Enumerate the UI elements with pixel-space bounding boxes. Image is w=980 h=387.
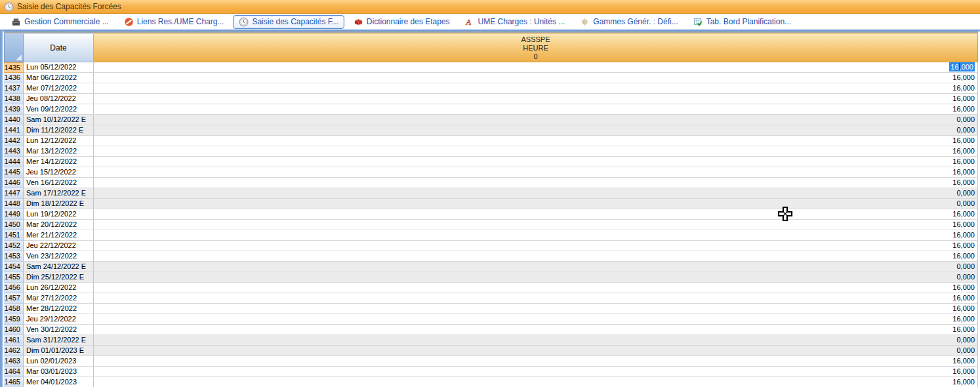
date-cell[interactable]: Dim 18/12/2022 E bbox=[24, 199, 94, 209]
row-header-cell[interactable]: 1438 bbox=[4, 94, 24, 104]
row-header-cell[interactable]: 1461 bbox=[4, 335, 24, 346]
capacity-value-cell[interactable]: 16,000 bbox=[94, 304, 978, 314]
date-cell[interactable]: Sam 24/12/2022 E bbox=[24, 262, 94, 272]
date-cell[interactable]: Mer 28/12/2022 bbox=[24, 304, 94, 314]
capacity-value-cell[interactable]: 16,000 bbox=[94, 94, 978, 104]
row-header-cell[interactable]: 1446 bbox=[4, 178, 24, 188]
date-cell[interactable]: Lun 12/12/2022 bbox=[24, 136, 94, 146]
date-cell[interactable]: Ven 09/12/2022 bbox=[24, 104, 94, 115]
capacity-value-cell[interactable]: 16,000 bbox=[94, 178, 978, 188]
capacity-value-cell[interactable]: 0,000 bbox=[94, 125, 978, 136]
row-header-cell[interactable]: 1463 bbox=[4, 356, 24, 367]
row-header-cell[interactable]: 1450 bbox=[4, 220, 24, 230]
date-cell[interactable]: Mar 06/12/2022 bbox=[24, 73, 94, 83]
row-header-cell[interactable]: 1459 bbox=[4, 314, 24, 325]
row-header-cell[interactable]: 1447 bbox=[4, 188, 24, 199]
capacity-value-cell[interactable]: 0,000 bbox=[94, 199, 978, 209]
tab-dictionnaire-des-etapes[interactable]: Dictionnaire des Etapes bbox=[348, 15, 456, 29]
date-cell[interactable]: Lun 26/12/2022 bbox=[24, 283, 94, 293]
capacity-value-cell[interactable]: 16,000 bbox=[94, 325, 978, 335]
capacity-value-cell[interactable]: 16,000 bbox=[94, 293, 978, 304]
capacity-value-cell[interactable]: 0,000 bbox=[94, 346, 978, 356]
capacity-column-header[interactable]: ASSSPE HEURE 0 bbox=[94, 33, 978, 62]
row-header-cell[interactable]: 1444 bbox=[4, 157, 24, 167]
date-cell[interactable]: Mer 04/01/2023 bbox=[24, 377, 94, 387]
date-cell[interactable]: Dim 11/12/2022 E bbox=[24, 125, 94, 136]
row-header-cell[interactable]: 1439 bbox=[4, 104, 24, 115]
select-all-corner[interactable] bbox=[4, 33, 24, 62]
date-cell[interactable]: Lun 19/12/2022 bbox=[24, 209, 94, 220]
row-header-cell[interactable]: 1436 bbox=[4, 73, 24, 83]
capacity-value-cell[interactable]: 16,000 bbox=[94, 136, 978, 146]
capacity-value-cell[interactable]: 16,000 bbox=[94, 377, 978, 387]
capacity-value-cell[interactable]: 16,000 bbox=[94, 356, 978, 367]
row-header-cell[interactable]: 1464 bbox=[4, 367, 24, 377]
capacity-value-cell[interactable]: 16,000 bbox=[94, 62, 978, 73]
row-header-cell[interactable]: 1442 bbox=[4, 136, 24, 146]
row-header-cell[interactable]: 1453 bbox=[4, 251, 24, 262]
date-cell[interactable]: Jeu 15/12/2022 bbox=[24, 167, 94, 178]
row-header-cell[interactable]: 1457 bbox=[4, 293, 24, 304]
capacity-value-cell[interactable]: 0,000 bbox=[94, 188, 978, 199]
row-header-cell[interactable]: 1449 bbox=[4, 209, 24, 220]
date-cell[interactable]: Ven 23/12/2022 bbox=[24, 251, 94, 262]
row-header-cell[interactable]: 1455 bbox=[4, 272, 24, 283]
row-header-cell[interactable]: 1441 bbox=[4, 125, 24, 136]
date-cell[interactable]: Dim 01/01/2023 E bbox=[24, 346, 94, 356]
capacity-value-cell[interactable]: 16,000 bbox=[94, 220, 978, 230]
row-header-cell[interactable]: 1454 bbox=[4, 262, 24, 272]
row-header-cell[interactable]: 1440 bbox=[4, 115, 24, 125]
capacity-value-cell[interactable]: 16,000 bbox=[94, 251, 978, 262]
capacity-value-cell[interactable]: 16,000 bbox=[94, 104, 978, 115]
date-cell[interactable]: Mer 07/12/2022 bbox=[24, 83, 94, 94]
tab-ume-charges-unites[interactable]: A UME Charges : Unités ... bbox=[459, 15, 571, 29]
capacity-value-cell[interactable]: 0,000 bbox=[94, 272, 978, 283]
capacity-value-cell[interactable]: 16,000 bbox=[94, 241, 978, 251]
date-cell[interactable]: Mar 20/12/2022 bbox=[24, 220, 94, 230]
capacity-value-cell[interactable]: 16,000 bbox=[94, 167, 978, 178]
capacity-value-cell[interactable]: 16,000 bbox=[94, 83, 978, 94]
row-header-cell[interactable]: 1456 bbox=[4, 283, 24, 293]
date-cell[interactable]: Sam 31/12/2022 E bbox=[24, 335, 94, 346]
capacity-value-cell[interactable]: 16,000 bbox=[94, 230, 978, 241]
date-cell[interactable]: Jeu 29/12/2022 bbox=[24, 314, 94, 325]
row-header-cell[interactable]: 1445 bbox=[4, 167, 24, 178]
date-column-header[interactable]: Date bbox=[24, 33, 94, 62]
row-header-cell[interactable]: 1448 bbox=[4, 199, 24, 209]
date-cell[interactable]: Mar 03/01/2023 bbox=[24, 367, 94, 377]
tab-liens-res-ume-charges[interactable]: Liens Res./UME Charg... bbox=[118, 15, 230, 29]
date-cell[interactable]: Jeu 08/12/2022 bbox=[24, 94, 94, 104]
date-cell[interactable]: Jeu 22/12/2022 bbox=[24, 241, 94, 251]
selected-cell-text[interactable]: 16,000 bbox=[949, 62, 975, 71]
date-cell[interactable]: Lun 02/01/2023 bbox=[24, 356, 94, 367]
capacity-value-cell[interactable]: 0,000 bbox=[94, 335, 978, 346]
capacity-value-cell[interactable]: 16,000 bbox=[94, 283, 978, 293]
date-cell[interactable]: Dim 25/12/2022 E bbox=[24, 272, 94, 283]
date-cell[interactable]: Ven 30/12/2022 bbox=[24, 325, 94, 335]
tab-saisie-capacites-forcees[interactable]: Saisie des Capacités F... bbox=[233, 15, 344, 29]
capacity-value-cell[interactable]: 0,000 bbox=[94, 262, 978, 272]
capacity-value-cell[interactable]: 16,000 bbox=[94, 209, 978, 220]
capacity-value-cell[interactable]: 16,000 bbox=[94, 146, 978, 157]
row-header-cell[interactable]: 1452 bbox=[4, 241, 24, 251]
row-header-cell[interactable]: 1437 bbox=[4, 83, 24, 94]
row-header-cell[interactable]: 1458 bbox=[4, 304, 24, 314]
capacity-value-cell[interactable]: 0,000 bbox=[94, 115, 978, 125]
date-cell[interactable]: Lun 05/12/2022 bbox=[24, 62, 94, 73]
row-header-cell[interactable]: 1435 bbox=[4, 62, 24, 73]
capacity-value-cell[interactable]: 16,000 bbox=[94, 314, 978, 325]
row-header-cell[interactable]: 1443 bbox=[4, 146, 24, 157]
capacity-value-cell[interactable]: 16,000 bbox=[94, 157, 978, 167]
date-cell[interactable]: Mer 21/12/2022 bbox=[24, 230, 94, 241]
capacity-value-cell[interactable]: 16,000 bbox=[94, 367, 978, 377]
tab-gestion-commerciale[interactable]: Gestion Commerciale ... bbox=[5, 15, 115, 29]
row-header-cell[interactable]: 1460 bbox=[4, 325, 24, 335]
date-cell[interactable]: Mer 14/12/2022 bbox=[24, 157, 94, 167]
row-header-cell[interactable]: 1451 bbox=[4, 230, 24, 241]
date-cell[interactable]: Sam 17/12/2022 E bbox=[24, 188, 94, 199]
capacity-value-cell[interactable]: 16,000 bbox=[94, 73, 978, 83]
row-header-cell[interactable]: 1462 bbox=[4, 346, 24, 356]
tab-gammes-gener-defi[interactable]: Gammes Génér. : Défi... bbox=[574, 15, 684, 29]
tab-tab-bord-planification[interactable]: Tab. Bord Planification... bbox=[687, 15, 797, 29]
row-header-cell[interactable]: 1465 bbox=[4, 377, 24, 387]
